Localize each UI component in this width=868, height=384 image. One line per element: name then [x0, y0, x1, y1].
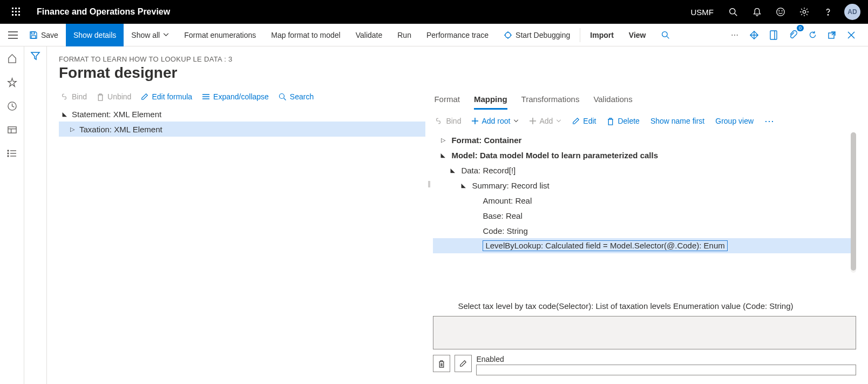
caret-right-icon[interactable]: ▷ — [439, 137, 447, 144]
bind-button: Bind — [60, 92, 87, 101]
list-icon[interactable] — [5, 147, 18, 160]
diamond-icon[interactable] — [745, 26, 763, 44]
mapping-tree-row[interactable]: Amount: Real — [433, 193, 851, 208]
delete-button[interactable]: Delete — [607, 117, 639, 125]
mapping-tree-label: Rate: Real — [483, 257, 521, 257]
enabled-input[interactable] — [476, 365, 856, 375]
home-icon[interactable] — [5, 52, 18, 65]
edit-enabled-button[interactable] — [455, 355, 472, 372]
search-button[interactable]: Search — [279, 92, 314, 101]
tab-transformations[interactable]: Transformations — [521, 92, 580, 110]
help-icon[interactable] — [817, 1, 839, 23]
scrollbar[interactable] — [851, 132, 856, 273]
more-icon[interactable]: ⋯ — [725, 26, 744, 44]
caret-down-icon[interactable]: ◢ — [449, 167, 457, 174]
splitter-handle[interactable]: || — [428, 180, 430, 187]
start-debugging-button[interactable]: Start Debugging — [496, 24, 578, 46]
cmdbar-search-icon[interactable] — [654, 24, 677, 46]
svg-rect-8 — [18, 14, 20, 16]
group-view-button[interactable]: Group view — [715, 117, 754, 125]
import-button[interactable]: Import — [582, 24, 621, 46]
smile-icon[interactable] — [770, 1, 791, 23]
mapping-tree-row[interactable]: Code: String — [433, 223, 851, 238]
tab-validations[interactable]: Validations — [593, 92, 632, 110]
performance-trace-button[interactable]: Performance trace — [419, 24, 496, 46]
show-all-button[interactable]: Show all — [124, 24, 177, 46]
content: FORMAT TO LEARN HOW TO LOOKUP LE DATA : … — [47, 46, 868, 384]
edit-button[interactable]: Edit — [572, 117, 596, 125]
breadcrumb: FORMAT TO LEARN HOW TO LOOKUP LE DATA : … — [59, 55, 856, 63]
caret-down-icon[interactable]: ◢ — [439, 152, 447, 159]
caret-right-icon[interactable]: ▷ — [69, 126, 76, 133]
star-icon[interactable] — [5, 76, 18, 89]
mapping-tree-row[interactable]: Rate: Real — [433, 253, 851, 257]
view-button[interactable]: View — [621, 24, 654, 46]
right-tabs: Format Mapping Transformations Validatio… — [433, 90, 856, 110]
svg-point-21 — [505, 32, 511, 38]
caret-down-icon[interactable]: ◢ — [61, 111, 69, 118]
svg-line-27 — [667, 36, 669, 38]
format-tree-label: Statement: XML Element — [72, 110, 161, 119]
save-button[interactable]: Save — [22, 24, 66, 46]
caret-down-icon[interactable]: ◢ — [460, 182, 467, 189]
delete-formula-button[interactable] — [433, 355, 450, 372]
avatar[interactable]: AD — [844, 4, 860, 20]
clock-icon[interactable] — [5, 99, 18, 112]
right-pane: || Format Mapping Transformations Valida… — [433, 90, 856, 375]
edit-formula-button[interactable]: Edit formula — [141, 92, 192, 101]
link-icon — [434, 118, 443, 124]
company-code[interactable]: USMF — [684, 8, 721, 17]
popout-icon[interactable] — [823, 26, 841, 44]
selection-description: Select tax level by tax code(Selector): … — [433, 300, 856, 316]
format-tree-row[interactable]: ▷Taxation: XML Element — [59, 122, 425, 137]
svg-point-13 — [782, 11, 782, 11]
map-format-button[interactable]: Map format to model — [263, 24, 348, 46]
module-icon[interactable] — [5, 123, 18, 136]
mapping-tree-label: Base: Real — [483, 211, 522, 220]
mapping-tree-label: Model: Data model Model to learn paramet… — [451, 151, 658, 160]
show-details-button[interactable]: Show details — [66, 24, 124, 46]
mapping-tree-row[interactable]: ◢Data: Record[!] — [433, 163, 851, 178]
show-name-first-button[interactable]: Show name first — [650, 117, 704, 125]
attachment-badge: 0 — [797, 25, 804, 31]
svg-rect-0 — [12, 8, 13, 9]
svg-rect-6 — [12, 14, 13, 16]
more-button[interactable]: ⋯ — [764, 115, 774, 127]
pencil-icon — [141, 93, 148, 100]
tab-mapping[interactable]: Mapping — [474, 92, 507, 110]
mapping-tree-row[interactable]: ◢Model: Data model Model to learn parame… — [433, 147, 851, 163]
svg-line-48 — [284, 98, 286, 100]
topbar: Finance and Operations Preview USMF AD — [0, 0, 868, 24]
search-icon[interactable] — [722, 1, 744, 23]
mapping-tree-row[interactable]: LevelByLookup: Calculated field = Model.… — [433, 238, 851, 253]
page-icon[interactable] — [764, 26, 783, 44]
pencil-icon — [572, 117, 580, 125]
gear-icon[interactable] — [794, 1, 815, 23]
filter-icon[interactable] — [31, 52, 40, 384]
enabled-label: Enabled — [476, 355, 856, 363]
save-label: Save — [41, 31, 58, 39]
bell-icon[interactable] — [746, 1, 768, 23]
expand-collapse-button[interactable]: Expand/collapse — [202, 92, 269, 101]
format-tree-row[interactable]: ◢Statement: XML Element — [59, 106, 425, 122]
tab-format[interactable]: Format — [434, 92, 460, 110]
mapping-tree: ▷Format: Container◢Model: Data model Mod… — [433, 132, 856, 257]
attachment-icon[interactable]: 0 — [784, 26, 802, 44]
svg-point-40 — [8, 153, 9, 154]
svg-rect-19 — [31, 32, 35, 34]
format-enumerations-button[interactable]: Format enumerations — [177, 24, 263, 46]
close-icon[interactable] — [842, 26, 860, 44]
svg-rect-1 — [15, 8, 17, 9]
run-button[interactable]: Run — [390, 24, 419, 46]
svg-point-14 — [803, 10, 805, 13]
mapping-tree-row[interactable]: ◢Summary: Record list — [433, 178, 851, 193]
add-root-button[interactable]: Add root — [472, 117, 519, 125]
mapping-tree-row[interactable]: ▷Format: Container — [433, 132, 851, 147]
hamburger-icon[interactable] — [4, 31, 22, 39]
app-launcher-icon[interactable] — [4, 0, 28, 24]
validate-button[interactable]: Validate — [348, 24, 390, 46]
formula-textarea[interactable] — [433, 316, 856, 349]
mapping-tree-row[interactable]: Base: Real — [433, 208, 851, 223]
mapping-tree-label: Format: Container — [451, 136, 521, 145]
refresh-icon[interactable] — [803, 26, 822, 44]
